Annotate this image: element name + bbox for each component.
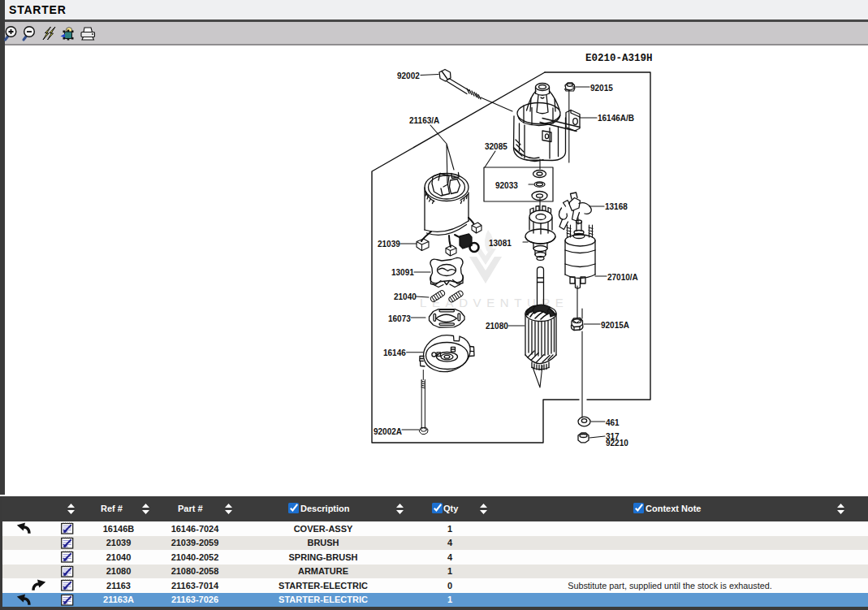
svg-text:27010/A: 27010/A: [607, 273, 638, 282]
svg-text:92210: 92210: [606, 439, 628, 448]
svg-text:32085: 32085: [485, 142, 507, 151]
svg-text:13081: 13081: [489, 239, 512, 248]
svg-text:92002: 92002: [397, 71, 420, 80]
svg-text:16146A/B: 16146A/B: [598, 114, 634, 123]
svg-text:92015A: 92015A: [601, 321, 629, 330]
svg-text:21163/A: 21163/A: [409, 116, 439, 125]
svg-text:13091: 13091: [391, 268, 414, 277]
svg-text:21080: 21080: [486, 322, 508, 331]
svg-text:13168: 13168: [605, 202, 628, 211]
svg-text:16146: 16146: [383, 348, 406, 357]
svg-text:16073: 16073: [388, 314, 411, 323]
svg-text:461: 461: [606, 418, 620, 427]
svg-text:21039: 21039: [378, 240, 400, 249]
svg-text:92015: 92015: [590, 84, 613, 93]
svg-text:92002A: 92002A: [374, 427, 402, 436]
svg-text:92033: 92033: [495, 181, 518, 190]
svg-text:21040: 21040: [394, 292, 417, 301]
svg-text:E0210-A319H: E0210-A319H: [585, 53, 653, 64]
